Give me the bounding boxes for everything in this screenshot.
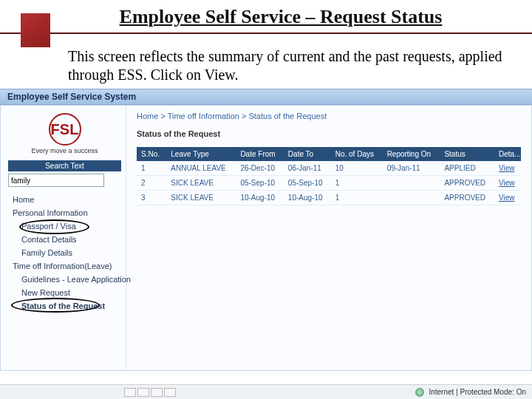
th-deta: Deta...: [494, 147, 521, 161]
breadcrumb-current: Status of the Request: [248, 112, 327, 120]
table-row: 2 SICK LEAVE 05-Sep-10 05-Sep-10 1 APPRO…: [137, 176, 521, 191]
th-to: Date To: [284, 147, 331, 161]
content-subheading: Status of the Request: [137, 129, 521, 138]
table-row: 3 SICK LEAVE 10-Aug-10 10-Aug-10 1 APPRO…: [137, 191, 521, 205]
th-from: Date From: [236, 147, 283, 161]
th-repon: Reporting On: [383, 147, 440, 161]
nav-status[interactable]: Status of the Request: [8, 299, 121, 313]
request-table: S.No. Leave Type Date From Date To No. o…: [137, 147, 521, 205]
breadcrumb: Home > Time off Information > Status of …: [137, 112, 521, 120]
nav-timeoff[interactable]: Time off Information(Leave): [8, 259, 121, 273]
breadcrumb-timeoff[interactable]: Time off Information: [168, 112, 239, 120]
app-body: FSL Every move a success Search Text Hom…: [0, 105, 532, 371]
nav-tree: Home Personal Information Passport / Vis…: [8, 193, 121, 313]
view-link[interactable]: View: [499, 164, 515, 172]
title-rule: [0, 33, 532, 34]
sidebar: FSL Every move a success Search Text Hom…: [1, 106, 126, 370]
logo-area: FSL Every move a success: [8, 113, 121, 154]
search-input[interactable]: [8, 174, 104, 187]
th-status: Status: [440, 147, 494, 161]
browser-statusbar: Internet | Protected Mode: On: [0, 384, 532, 399]
nav-passport[interactable]: Passport / Visa: [8, 219, 121, 233]
th-sno: S.No.: [137, 147, 166, 161]
logo-tagline: Every move a success: [8, 147, 121, 154]
slide-accent-block: [21, 13, 50, 47]
table-row: 1 ANNUAL LEAVE 26-Dec-10 06-Jan-11 10 09…: [137, 161, 521, 176]
nav-family[interactable]: Family Details: [8, 246, 121, 259]
app-titlebar: Employee Self Service System: [0, 89, 532, 105]
slide-title: Employee Self Service – Request Status: [30, 6, 532, 28]
internet-zone-icon: [415, 388, 424, 397]
table-header: S.No. Leave Type Date From Date To No. o…: [137, 147, 521, 161]
view-link[interactable]: View: [499, 179, 515, 187]
nav-new-request[interactable]: New Request: [8, 286, 121, 299]
statusbar-text: Internet | Protected Mode: On: [429, 388, 526, 396]
th-type: Leave Type: [166, 147, 236, 161]
nav-home[interactable]: Home: [8, 193, 121, 206]
th-days: No. of Days: [331, 147, 383, 161]
search-label: Search Text: [8, 160, 121, 171]
view-link[interactable]: View: [499, 194, 515, 202]
nav-guidelines[interactable]: Guidelines - Leave Application: [8, 273, 121, 286]
nav-personal-info[interactable]: Personal Information: [8, 206, 121, 219]
logo-icon: FSL: [49, 113, 81, 146]
statusbar-panes: [124, 388, 176, 397]
breadcrumb-home[interactable]: Home: [137, 112, 158, 120]
slide-description: This screen reflects the summary of curr…: [0, 44, 532, 89]
content-pane: Home > Time off Information > Status of …: [126, 106, 531, 370]
nav-contact[interactable]: Contact Details: [8, 233, 121, 246]
